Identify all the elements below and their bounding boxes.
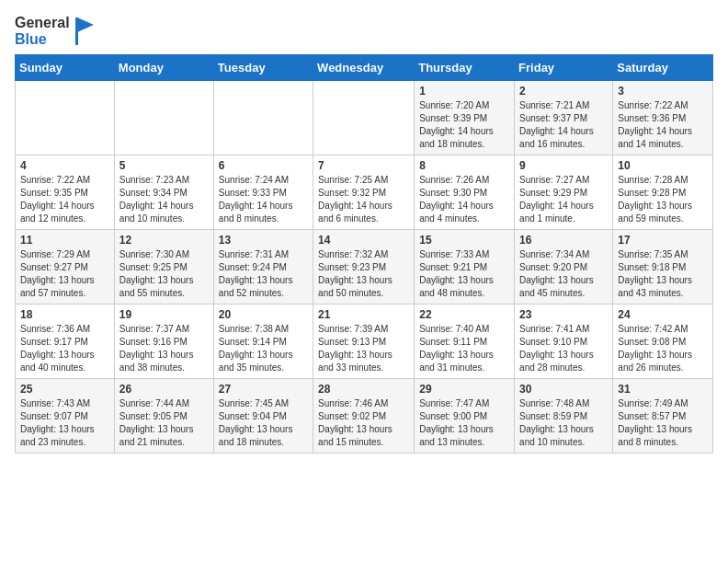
- day-number: 26: [119, 383, 209, 396]
- logo-blue: Blue: [15, 31, 70, 48]
- calendar-table: SundayMondayTuesdayWednesdayThursdayFrid…: [15, 54, 713, 454]
- day-info: Sunrise: 7:34 AM Sunset: 9:20 PM Dayligh…: [519, 248, 608, 300]
- day-header-sunday: Sunday: [16, 55, 115, 81]
- day-number: 23: [519, 308, 608, 321]
- calendar-cell: 4Sunrise: 7:22 AM Sunset: 9:35 PM Daylig…: [16, 155, 115, 230]
- day-number: 31: [618, 383, 708, 396]
- day-info: Sunrise: 7:24 AM Sunset: 9:33 PM Dayligh…: [219, 174, 308, 225]
- day-info: Sunrise: 7:25 AM Sunset: 9:32 PM Dayligh…: [318, 174, 409, 225]
- day-info: Sunrise: 7:35 AM Sunset: 9:18 PM Dayligh…: [618, 248, 708, 300]
- day-info: Sunrise: 7:46 AM Sunset: 9:02 PM Dayligh…: [318, 397, 409, 449]
- day-number: 3: [618, 85, 708, 98]
- day-header-friday: Friday: [515, 55, 613, 81]
- calendar-cell: 16Sunrise: 7:34 AM Sunset: 9:20 PM Dayli…: [515, 230, 613, 304]
- calendar-cell: 9Sunrise: 7:27 AM Sunset: 9:29 PM Daylig…: [515, 155, 613, 230]
- day-info: Sunrise: 7:45 AM Sunset: 9:04 PM Dayligh…: [219, 397, 308, 449]
- day-number: 12: [119, 234, 209, 247]
- calendar-cell: 17Sunrise: 7:35 AM Sunset: 9:18 PM Dayli…: [613, 230, 713, 304]
- calendar-cell: 2Sunrise: 7:21 AM Sunset: 9:37 PM Daylig…: [515, 81, 613, 155]
- day-number: 22: [419, 308, 509, 321]
- day-number: 2: [519, 85, 608, 98]
- svg-marker-0: [77, 17, 94, 32]
- calendar-cell: 18Sunrise: 7:36 AM Sunset: 9:17 PM Dayli…: [16, 304, 115, 379]
- day-number: 28: [318, 383, 409, 396]
- day-header-monday: Monday: [114, 55, 213, 81]
- day-number: 21: [318, 308, 409, 321]
- calendar-week-2: 4Sunrise: 7:22 AM Sunset: 9:35 PM Daylig…: [16, 155, 713, 230]
- calendar-cell: 22Sunrise: 7:40 AM Sunset: 9:11 PM Dayli…: [415, 304, 515, 379]
- calendar-cell: 11Sunrise: 7:29 AM Sunset: 9:27 PM Dayli…: [16, 230, 115, 304]
- day-info: Sunrise: 7:29 AM Sunset: 9:27 PM Dayligh…: [20, 248, 109, 300]
- logo-general: General: [15, 15, 70, 31]
- calendar-cell: 25Sunrise: 7:43 AM Sunset: 9:07 PM Dayli…: [16, 379, 115, 454]
- calendar-cell: 7Sunrise: 7:25 AM Sunset: 9:32 PM Daylig…: [313, 155, 415, 230]
- day-number: 5: [119, 159, 209, 172]
- day-number: 8: [419, 159, 509, 172]
- day-info: Sunrise: 7:22 AM Sunset: 9:36 PM Dayligh…: [618, 99, 708, 151]
- calendar-cell: 15Sunrise: 7:33 AM Sunset: 9:21 PM Dayli…: [415, 230, 515, 304]
- calendar-cell: 23Sunrise: 7:41 AM Sunset: 9:10 PM Dayli…: [515, 304, 613, 379]
- day-info: Sunrise: 7:37 AM Sunset: 9:16 PM Dayligh…: [119, 323, 209, 374]
- day-info: Sunrise: 7:36 AM Sunset: 9:17 PM Dayligh…: [20, 323, 109, 374]
- day-info: Sunrise: 7:27 AM Sunset: 9:29 PM Dayligh…: [519, 174, 608, 225]
- day-info: Sunrise: 7:32 AM Sunset: 9:23 PM Dayligh…: [318, 248, 409, 300]
- day-number: 11: [20, 234, 109, 247]
- day-info: Sunrise: 7:38 AM Sunset: 9:14 PM Dayligh…: [219, 323, 308, 374]
- calendar-cell: 19Sunrise: 7:37 AM Sunset: 9:16 PM Dayli…: [114, 304, 213, 379]
- day-info: Sunrise: 7:44 AM Sunset: 9:05 PM Dayligh…: [119, 397, 209, 449]
- calendar-cell: 26Sunrise: 7:44 AM Sunset: 9:05 PM Dayli…: [114, 379, 213, 454]
- day-number: 14: [318, 234, 409, 247]
- day-number: 9: [519, 159, 608, 172]
- calendar-cell: 6Sunrise: 7:24 AM Sunset: 9:33 PM Daylig…: [213, 155, 313, 230]
- calendar-cell: [16, 81, 115, 155]
- day-info: Sunrise: 7:21 AM Sunset: 9:37 PM Dayligh…: [519, 99, 608, 151]
- calendar-cell: 8Sunrise: 7:26 AM Sunset: 9:30 PM Daylig…: [415, 155, 515, 230]
- calendar-cell: 28Sunrise: 7:46 AM Sunset: 9:02 PM Dayli…: [313, 379, 415, 454]
- day-info: Sunrise: 7:20 AM Sunset: 9:39 PM Dayligh…: [419, 99, 509, 151]
- day-number: 4: [20, 159, 109, 172]
- calendar-week-4: 18Sunrise: 7:36 AM Sunset: 9:17 PM Dayli…: [16, 304, 713, 379]
- day-info: Sunrise: 7:30 AM Sunset: 9:25 PM Dayligh…: [119, 248, 209, 300]
- calendar-cell: 29Sunrise: 7:47 AM Sunset: 9:00 PM Dayli…: [415, 379, 515, 454]
- calendar-cell: 1Sunrise: 7:20 AM Sunset: 9:39 PM Daylig…: [415, 81, 515, 155]
- day-info: Sunrise: 7:41 AM Sunset: 9:10 PM Dayligh…: [519, 323, 608, 374]
- calendar-cell: 27Sunrise: 7:45 AM Sunset: 9:04 PM Dayli…: [213, 379, 313, 454]
- calendar-cell: 12Sunrise: 7:30 AM Sunset: 9:25 PM Dayli…: [114, 230, 213, 304]
- calendar-week-1: 1Sunrise: 7:20 AM Sunset: 9:39 PM Daylig…: [16, 81, 713, 155]
- day-header-thursday: Thursday: [415, 55, 515, 81]
- calendar-cell: 14Sunrise: 7:32 AM Sunset: 9:23 PM Dayli…: [313, 230, 415, 304]
- calendar-cell: 20Sunrise: 7:38 AM Sunset: 9:14 PM Dayli…: [213, 304, 313, 379]
- day-number: 6: [219, 159, 308, 172]
- day-number: 30: [519, 383, 608, 396]
- day-number: 16: [519, 234, 608, 247]
- day-number: 29: [419, 383, 509, 396]
- logo-flag-icon: [74, 17, 94, 45]
- day-number: 17: [618, 234, 708, 247]
- day-info: Sunrise: 7:33 AM Sunset: 9:21 PM Dayligh…: [419, 248, 509, 300]
- day-info: Sunrise: 7:40 AM Sunset: 9:11 PM Dayligh…: [419, 323, 509, 374]
- calendar-cell: 10Sunrise: 7:28 AM Sunset: 9:28 PM Dayli…: [613, 155, 713, 230]
- calendar-header-row: SundayMondayTuesdayWednesdayThursdayFrid…: [16, 55, 713, 81]
- calendar-cell: [213, 81, 313, 155]
- day-info: Sunrise: 7:47 AM Sunset: 9:00 PM Dayligh…: [419, 397, 509, 449]
- calendar-week-5: 25Sunrise: 7:43 AM Sunset: 9:07 PM Dayli…: [16, 379, 713, 454]
- day-number: 13: [219, 234, 308, 247]
- svg-rect-1: [75, 17, 78, 45]
- day-info: Sunrise: 7:28 AM Sunset: 9:28 PM Dayligh…: [618, 174, 708, 225]
- calendar-cell: 30Sunrise: 7:48 AM Sunset: 8:59 PM Dayli…: [515, 379, 613, 454]
- calendar-cell: [114, 81, 213, 155]
- day-number: 18: [20, 308, 109, 321]
- calendar-cell: 13Sunrise: 7:31 AM Sunset: 9:24 PM Dayli…: [213, 230, 313, 304]
- day-info: Sunrise: 7:26 AM Sunset: 9:30 PM Dayligh…: [419, 174, 509, 225]
- day-info: Sunrise: 7:39 AM Sunset: 9:13 PM Dayligh…: [318, 323, 409, 374]
- day-number: 1: [419, 85, 509, 98]
- day-number: 19: [119, 308, 209, 321]
- day-number: 7: [318, 159, 409, 172]
- calendar-cell: [313, 81, 415, 155]
- day-info: Sunrise: 7:31 AM Sunset: 9:24 PM Dayligh…: [219, 248, 308, 300]
- calendar-cell: 5Sunrise: 7:23 AM Sunset: 9:34 PM Daylig…: [114, 155, 213, 230]
- day-info: Sunrise: 7:42 AM Sunset: 9:08 PM Dayligh…: [618, 323, 708, 374]
- day-number: 10: [618, 159, 708, 172]
- day-info: Sunrise: 7:43 AM Sunset: 9:07 PM Dayligh…: [20, 397, 109, 449]
- day-number: 27: [219, 383, 308, 396]
